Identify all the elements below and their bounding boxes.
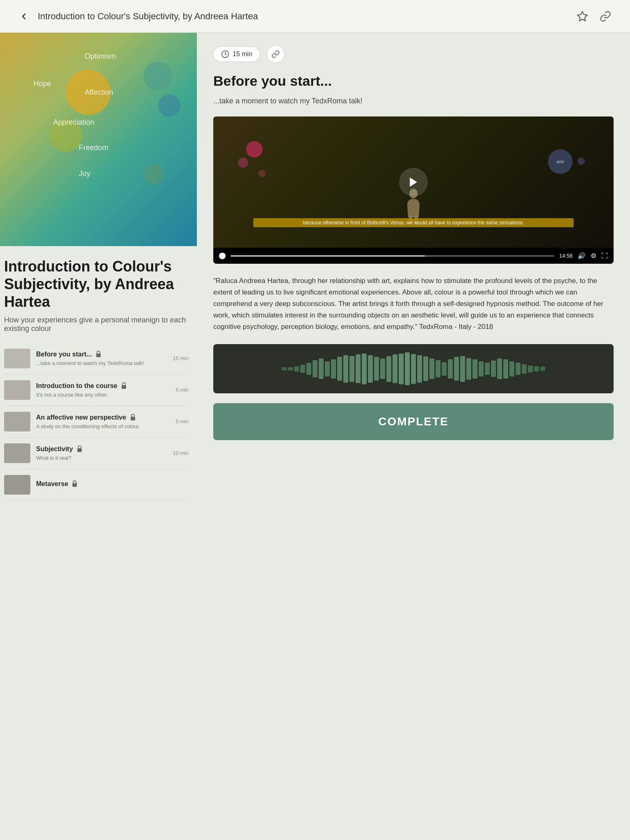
wave-bar xyxy=(479,361,484,377)
wave-bar xyxy=(386,356,391,382)
quote-text: "Raluca Andreea Hartea, through her rela… xyxy=(213,275,614,333)
wave-bar xyxy=(540,367,545,371)
back-button[interactable] xyxy=(16,9,31,24)
lesson-title: An affective new perspective xyxy=(36,413,137,422)
lesson-item[interactable]: An affective new perspective A study on … xyxy=(4,406,189,438)
video-circle xyxy=(246,141,262,158)
wave-bar xyxy=(313,360,317,377)
hero-words: Optimism Hope Affection Appreciation Fre… xyxy=(0,33,197,246)
lesson-thumb xyxy=(4,349,30,368)
wave-bar xyxy=(497,358,502,379)
wave-bar xyxy=(356,354,361,383)
hero-word-appreciation: Appreciation xyxy=(53,118,94,127)
duration-badge: 15 min xyxy=(213,46,260,62)
wave-bar xyxy=(362,354,367,384)
video-volume-icon[interactable]: 🔊 xyxy=(578,252,586,260)
wave-bar xyxy=(380,358,385,379)
wave-bar xyxy=(349,356,354,382)
wave-bar xyxy=(454,357,459,381)
lesson-content: Introduction to the course It's not a co… xyxy=(36,382,170,398)
video-progress-bar[interactable] xyxy=(231,255,554,257)
share-button[interactable] xyxy=(597,8,614,25)
lesson-item[interactable]: Before you start... ...take a moment to … xyxy=(4,343,189,374)
left-panel: Optimism Hope Affection Appreciation Fre… xyxy=(0,33,197,509)
complete-button[interactable]: COMPLETE xyxy=(213,403,614,440)
svg-rect-5 xyxy=(73,483,77,487)
video-fullscreen-icon[interactable]: ⛶ xyxy=(601,252,608,260)
wave-bar xyxy=(300,365,305,373)
video-circle xyxy=(258,170,266,177)
wave-bar xyxy=(423,356,428,381)
wave-bar xyxy=(472,359,477,379)
wave-bar xyxy=(491,361,496,377)
bookmark-button[interactable] xyxy=(574,8,591,25)
hero-word-affection: Affection xyxy=(84,88,113,97)
lesson-desc: ...take a moment to watch my TedxRoma ta… xyxy=(36,360,167,366)
svg-marker-0 xyxy=(578,11,587,21)
lesson-item[interactable]: Introduction to the course It's not a co… xyxy=(4,374,189,406)
course-subtitle: How your experiences give a personal mea… xyxy=(4,316,189,333)
audio-waveform[interactable] xyxy=(213,344,614,393)
lesson-thumb xyxy=(4,412,30,431)
header: Introduction to Colour's Subjectivity, b… xyxy=(0,0,630,33)
lesson-title: Introduction to the course xyxy=(36,382,128,390)
video-play-button[interactable] xyxy=(399,168,428,196)
wave-bar xyxy=(528,365,533,372)
wave-bar xyxy=(460,356,465,382)
section-text: ...take a moment to watch my TedxRoma ta… xyxy=(213,96,614,107)
wave-bar xyxy=(466,358,471,380)
wave-bar xyxy=(436,360,441,377)
course-title: Introduction to Colour's Subjectivity, b… xyxy=(4,258,189,311)
section-heading: Before you start... xyxy=(213,73,614,89)
main-layout: Optimism Hope Affection Appreciation Fre… xyxy=(0,33,630,509)
wave-bar xyxy=(282,367,287,370)
lesson-duration: 10 min xyxy=(173,450,189,456)
lesson-item[interactable]: Subjectivity What is it real? 10 min xyxy=(4,438,189,469)
video-circle xyxy=(238,158,248,168)
wave-bar xyxy=(288,367,293,370)
lesson-content: Before you start... ...take a moment to … xyxy=(36,350,167,366)
video-settings-icon[interactable]: ⚙ xyxy=(591,252,596,260)
wave-bar xyxy=(448,359,453,379)
wave-bar xyxy=(503,359,508,379)
wave-bar xyxy=(429,358,434,379)
wave-bar xyxy=(368,355,373,383)
lesson-content: Subjectivity What is it real? xyxy=(36,445,167,461)
link-button[interactable] xyxy=(267,45,285,63)
duration-text: 15 min xyxy=(233,50,252,58)
video-progress-dot[interactable] xyxy=(219,253,226,259)
lesson-content: Metaverse xyxy=(36,480,189,490)
video-arte-circle: arte xyxy=(548,149,573,174)
wave-bar xyxy=(306,363,311,375)
hero-word-optimism: Optimism xyxy=(84,52,116,61)
wave-bar xyxy=(485,363,490,375)
svg-rect-4 xyxy=(77,448,82,452)
svg-rect-2 xyxy=(122,385,126,389)
right-panel: 15 min Before you start... ...take a mom… xyxy=(197,33,630,509)
lesson-item[interactable]: Metaverse xyxy=(4,469,189,501)
hero-word-joy: Joy xyxy=(79,169,90,178)
lesson-duration: 5 min xyxy=(176,387,189,393)
lesson-thumb xyxy=(4,443,30,463)
hero-word-hope: Hope xyxy=(34,80,51,88)
wave-bar xyxy=(343,355,348,383)
svg-rect-3 xyxy=(130,417,135,420)
video-controls: 14:58 🔊 ⚙ ⛶ xyxy=(213,248,614,264)
wave-bar xyxy=(509,361,514,377)
lesson-title: Metaverse xyxy=(36,480,79,488)
video-time: 14:58 xyxy=(559,253,573,259)
lesson-thumb xyxy=(4,380,30,400)
video-circle xyxy=(578,158,585,165)
lesson-duration: 5 min xyxy=(176,418,189,425)
lesson-content: An affective new perspective A study on … xyxy=(36,413,170,429)
wave-bar xyxy=(374,357,379,381)
wave-bar xyxy=(442,362,447,376)
lesson-desc: It's not a course like any other. xyxy=(36,392,170,398)
svg-marker-10 xyxy=(410,178,417,187)
header-icons xyxy=(574,8,614,25)
wave-bar xyxy=(411,354,416,384)
lock-icon xyxy=(95,350,103,358)
lock-icon xyxy=(76,445,84,453)
wave-bar xyxy=(522,364,527,374)
lesson-duration: 15 min xyxy=(173,355,189,361)
